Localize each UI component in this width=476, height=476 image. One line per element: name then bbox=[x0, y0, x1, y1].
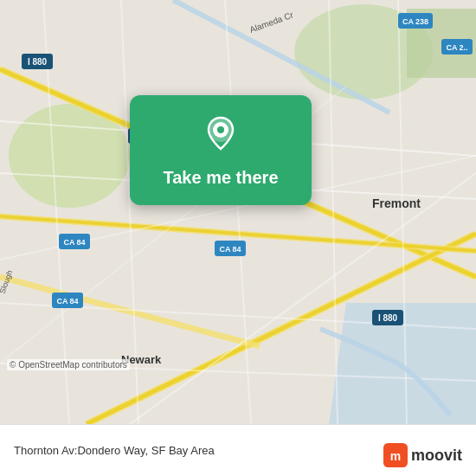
svg-text:I 880: I 880 bbox=[28, 57, 48, 67]
moovit-text: moovit bbox=[411, 447, 462, 465]
map: I 880 I 880 I 880 CA 84 CA 84 CA 84 CA 2… bbox=[0, 0, 476, 424]
svg-text:CA 84: CA 84 bbox=[219, 245, 241, 254]
location-pin-icon bbox=[200, 113, 241, 154]
svg-text:CA 238: CA 238 bbox=[402, 17, 428, 26]
svg-text:I 880: I 880 bbox=[378, 313, 398, 323]
moovit-icon: m bbox=[383, 443, 408, 467]
bottom-bar: Thornton Av:Dondero Way, SF Bay Area m m… bbox=[0, 424, 476, 476]
svg-text:CA 2..: CA 2.. bbox=[446, 43, 467, 52]
svg-text:CA 84: CA 84 bbox=[56, 297, 78, 306]
take-me-card: Take me there bbox=[130, 95, 312, 205]
svg-text:CA 84: CA 84 bbox=[63, 238, 85, 247]
moovit-logo: m moovit bbox=[383, 443, 462, 467]
svg-point-47 bbox=[217, 126, 224, 133]
take-me-there-button[interactable]: Take me there bbox=[163, 164, 278, 191]
osm-attribution: © OpenStreetMap contributors bbox=[7, 359, 130, 370]
svg-text:Fremont: Fremont bbox=[372, 196, 421, 210]
svg-text:m: m bbox=[390, 449, 401, 463]
